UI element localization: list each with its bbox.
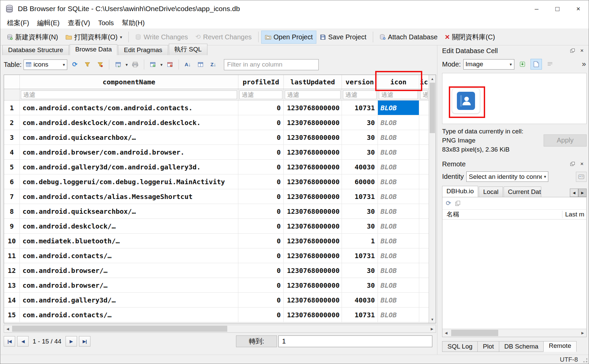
- table-cell[interactable]: [419, 204, 429, 218]
- table-cell[interactable]: 0: [238, 263, 284, 278]
- table-row[interactable]: 13com.android.browser/…0123076800000030B…: [4, 278, 429, 293]
- table-cell[interactable]: 40030: [342, 293, 378, 307]
- filter-lastupdated-input[interactable]: 過濾: [285, 90, 341, 99]
- table-cell[interactable]: 0: [238, 293, 284, 307]
- close-database-button[interactable]: × 關閉資料庫(C): [441, 30, 499, 44]
- table-cell[interactable]: BLOB: [378, 263, 419, 278]
- table-cell[interactable]: 30: [342, 145, 378, 159]
- new-database-button[interactable]: 新建資料庫(N): [3, 30, 62, 44]
- remote-close-panel-icon[interactable]: ×: [577, 161, 587, 167]
- scroll-left-icon[interactable]: ◀: [4, 325, 11, 332]
- table-cell[interactable]: 30: [342, 219, 378, 233]
- table-row[interactable]: 10com.mediatek.bluetooth/…01230768000000…: [4, 234, 429, 248]
- table-cell[interactable]: 30: [342, 115, 378, 130]
- table-row[interactable]: 12com.android.browser/…0123076800000030B…: [4, 263, 429, 278]
- more-tools-icon[interactable]: »: [582, 60, 587, 69]
- refresh-button[interactable]: ⟳: [69, 59, 80, 70]
- filter-partial-input[interactable]: 過濾: [420, 90, 428, 99]
- vertical-scrollbar-thumb[interactable]: [430, 83, 435, 133]
- tab-remote[interactable]: Remote: [543, 341, 577, 352]
- scroll-down-icon[interactable]: ▼: [429, 316, 436, 323]
- columns-button[interactable]: [195, 59, 206, 70]
- clone-database-icon[interactable]: [455, 201, 461, 206]
- menu-tools[interactable]: Tools: [94, 18, 118, 28]
- table-cell[interactable]: BLOB: [378, 293, 419, 307]
- row-number[interactable]: 1: [4, 100, 20, 115]
- close-button[interactable]: ×: [568, 0, 589, 17]
- table-cell[interactable]: 1230768000000: [284, 248, 342, 263]
- word-wrap-button[interactable]: [544, 59, 556, 70]
- table-cell[interactable]: 10731: [342, 100, 378, 115]
- menu-file[interactable]: 檔案(F): [3, 17, 33, 29]
- table-cell[interactable]: BLOB: [378, 130, 419, 145]
- open-project-button[interactable]: Open Project: [261, 31, 317, 44]
- filter-version-input[interactable]: 過濾: [343, 90, 377, 99]
- insert-record-button[interactable]: [148, 59, 158, 70]
- table-cell[interactable]: com.android.contacts/com.android.contact…: [20, 100, 238, 115]
- row-number[interactable]: 2: [4, 115, 20, 130]
- table-cell[interactable]: [419, 278, 429, 292]
- table-cell[interactable]: [419, 308, 429, 322]
- column-header-componentname[interactable]: componentName: [20, 75, 238, 89]
- open-database-dropdown-icon[interactable]: ▾: [120, 35, 122, 40]
- remote-refresh-icon[interactable]: ⟳: [446, 200, 451, 206]
- table-row[interactable]: 6com.debug.loggerui/com.debug.loggerui.M…: [4, 174, 429, 189]
- table-cell[interactable]: 30: [342, 263, 378, 278]
- table-cell[interactable]: 60000: [342, 174, 378, 189]
- table-cell[interactable]: BLOB: [378, 100, 419, 115]
- tab-sql-log[interactable]: SQL Log: [442, 341, 478, 352]
- table-cell[interactable]: 0: [238, 100, 284, 115]
- table-cell[interactable]: BLOB: [378, 145, 419, 159]
- sort-ascending-button[interactable]: A↓: [182, 59, 193, 70]
- row-number[interactable]: 15: [4, 308, 20, 322]
- row-number[interactable]: 13: [4, 278, 20, 292]
- table-cell[interactable]: 0: [238, 189, 284, 204]
- save-project-button[interactable]: Save Project: [316, 31, 370, 44]
- table-cell[interactable]: BLOB: [378, 174, 419, 189]
- table-row[interactable]: 3com.android.quicksearchbox/…01230768000…: [4, 130, 429, 145]
- column-header-lastupdated[interactable]: lastUpdated: [284, 75, 342, 89]
- table-cell[interactable]: 1230768000000: [284, 204, 342, 218]
- table-cell[interactable]: BLOB: [378, 115, 419, 130]
- table-cell[interactable]: 30: [342, 130, 378, 145]
- table-cell[interactable]: 1230768000000: [284, 115, 342, 130]
- table-cell[interactable]: com.android.deskclock/…: [20, 219, 238, 233]
- table-cell[interactable]: [419, 263, 429, 278]
- tab-plot[interactable]: Plot: [477, 341, 499, 352]
- close-panel-icon[interactable]: ×: [577, 47, 587, 54]
- apply-button[interactable]: Apply: [544, 134, 587, 147]
- menu-view[interactable]: 查看(V): [64, 17, 94, 29]
- table-cell[interactable]: 0: [238, 278, 284, 292]
- remote-name-header[interactable]: 名稱: [446, 210, 459, 219]
- table-cell[interactable]: com.android.browser/…: [20, 278, 238, 292]
- table-cell[interactable]: [419, 293, 429, 307]
- table-cell[interactable]: BLOB: [378, 278, 419, 292]
- table-cell[interactable]: com.debug.loggerui/com.debug.loggerui.Ma…: [20, 174, 238, 189]
- table-cell[interactable]: [419, 130, 429, 145]
- tab-database-structure[interactable]: Database Structure: [2, 45, 69, 55]
- tab-db-schema[interactable]: DB Schema: [499, 341, 544, 352]
- table-cell[interactable]: [419, 219, 429, 233]
- row-number[interactable]: 4: [4, 145, 20, 159]
- revert-changes-button[interactable]: ⟲ Revert Changes: [192, 31, 255, 44]
- row-number[interactable]: 7: [4, 189, 20, 204]
- table-cell[interactable]: 1230768000000: [284, 174, 342, 189]
- image-view-button[interactable]: [531, 59, 542, 70]
- table-row[interactable]: 11com.android.contacts/…0123076800000010…: [4, 248, 429, 263]
- row-number[interactable]: 3: [4, 130, 20, 145]
- write-changes-button[interactable]: Write Changes: [131, 31, 192, 44]
- table-cell[interactable]: 1230768000000: [284, 130, 342, 145]
- table-cell[interactable]: com.android.contacts/…: [20, 248, 238, 263]
- remote-float-panel-icon[interactable]: [568, 162, 577, 166]
- scroll-up-icon[interactable]: ▲: [429, 75, 436, 82]
- table-cell[interactable]: 0: [238, 204, 284, 218]
- minimize-button[interactable]: –: [526, 0, 547, 17]
- table-row[interactable]: 8com.android.quicksearchbox/…01230768000…: [4, 204, 429, 219]
- table-cell[interactable]: com.android.quicksearchbox/…: [20, 130, 238, 145]
- resize-grip[interactable]: [583, 358, 587, 362]
- table-cell[interactable]: com.android.browser/…: [20, 263, 238, 278]
- insert-record-dropdown-icon[interactable]: ▾: [160, 62, 163, 67]
- table-cell[interactable]: 1230768000000: [284, 293, 342, 307]
- menu-edit[interactable]: 編輯(E): [33, 17, 64, 29]
- table-cell[interactable]: com.android.quicksearchbox/…: [20, 204, 238, 218]
